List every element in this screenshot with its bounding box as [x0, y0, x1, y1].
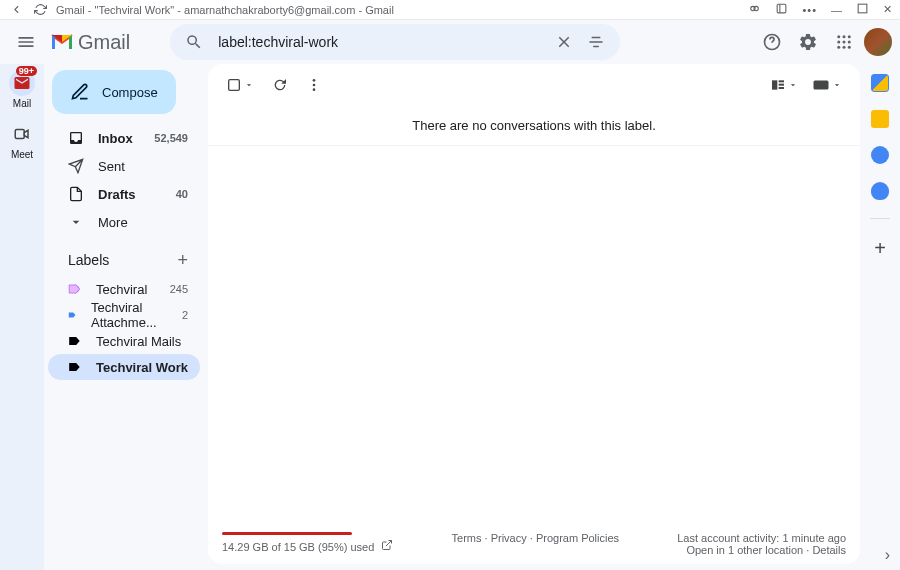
storage-text: 14.29 GB of 15 GB (95%) used [222, 541, 374, 553]
label-techviral-attachments[interactable]: Techviral Attachme... 2 [48, 302, 200, 328]
calendar-app-icon[interactable] [871, 74, 889, 92]
label-name: Techviral Attachme... [91, 300, 168, 330]
label-name: Techviral Mails [96, 334, 181, 349]
nav-sent[interactable]: Sent [48, 152, 200, 180]
search-input[interactable] [218, 34, 540, 50]
tasks-app-icon[interactable] [871, 146, 889, 164]
svg-rect-23 [814, 81, 829, 90]
search-options-icon[interactable] [580, 26, 612, 58]
svg-rect-15 [229, 80, 240, 91]
nav-inbox-label: Inbox [98, 131, 133, 146]
nav-inbox-count: 52,549 [154, 132, 188, 144]
rail-divider [870, 218, 890, 219]
keep-app-icon[interactable] [871, 110, 889, 128]
svg-point-5 [837, 35, 840, 38]
account-avatar[interactable] [864, 28, 892, 56]
device-icon[interactable] [775, 2, 788, 17]
nav-drafts-label: Drafts [98, 187, 136, 202]
footer: 14.29 GB of 15 GB (95%) used Terms · Pri… [222, 528, 846, 556]
svg-rect-3 [858, 4, 867, 13]
svg-point-6 [843, 35, 846, 38]
label-techviral-mails[interactable]: Techviral Mails [48, 328, 200, 354]
search-bar[interactable] [170, 24, 620, 60]
nav-sent-label: Sent [98, 159, 125, 174]
app-header: Gmail [0, 20, 900, 64]
settings-icon[interactable] [792, 26, 824, 58]
svg-point-12 [843, 46, 846, 49]
content-area: There are no conversations with this lab… [208, 64, 860, 564]
label-count: 2 [182, 309, 188, 321]
svg-point-11 [837, 46, 840, 49]
addons-plus-icon[interactable]: + [874, 237, 886, 260]
rail-mail[interactable]: 99+ Mail [9, 70, 35, 109]
svg-rect-19 [772, 80, 777, 89]
apps-icon[interactable] [828, 26, 860, 58]
compose-label: Compose [102, 85, 158, 100]
label-name: Techviral Work [96, 360, 188, 375]
svg-rect-21 [779, 84, 784, 86]
rail-meet[interactable]: Meet [9, 121, 35, 160]
rail-mail-label: Mail [13, 98, 31, 109]
storage-bar [222, 532, 352, 535]
label-techviral[interactable]: Techviral 245 [48, 276, 200, 302]
contacts-app-icon[interactable] [871, 182, 889, 200]
maximize-icon[interactable] [856, 2, 869, 17]
footer-details[interactable]: Details [812, 544, 846, 556]
hide-panel-chevron-icon[interactable]: › [885, 546, 890, 564]
footer-privacy[interactable]: Privacy [491, 532, 527, 544]
more-icon[interactable]: ••• [802, 4, 817, 16]
label-count: 245 [170, 283, 188, 295]
label-name: Techviral [96, 282, 147, 297]
empty-state-message: There are no conversations with this lab… [208, 106, 860, 146]
nav-more-label: More [98, 215, 128, 230]
footer-policies[interactable]: Program Policies [536, 532, 619, 544]
svg-rect-22 [779, 87, 784, 89]
svg-point-7 [848, 35, 851, 38]
svg-point-9 [843, 41, 846, 44]
gmail-logo[interactable]: Gmail [50, 31, 130, 54]
footer-terms[interactable]: Terms [452, 532, 482, 544]
add-label-button[interactable]: + [177, 250, 188, 271]
main-menu-button[interactable] [4, 20, 48, 64]
footer-activity: Last account activity: 1 minute ago [677, 532, 846, 544]
svg-point-13 [848, 46, 851, 49]
window-title: Gmail - "Techviral Work" - amarnathchakr… [56, 4, 394, 16]
split-pane-toggle[interactable] [766, 73, 802, 97]
logo-text: Gmail [78, 31, 130, 54]
close-icon[interactable]: ✕ [883, 3, 892, 16]
right-side-panel: + [860, 64, 900, 570]
window-titlebar: Gmail - "Techviral Work" - amarnathchakr… [0, 0, 900, 20]
nav-drafts[interactable]: Drafts 40 [48, 180, 200, 208]
mail-badge: 99+ [16, 66, 37, 76]
storage-external-icon[interactable] [381, 541, 393, 553]
labels-header: Labels + [48, 244, 200, 276]
mail-toolbar [208, 64, 860, 106]
search-icon[interactable] [178, 26, 210, 58]
select-checkbox[interactable] [222, 73, 258, 97]
nav-more[interactable]: More [48, 208, 200, 236]
more-actions-button[interactable] [302, 73, 326, 97]
svg-rect-2 [778, 4, 787, 13]
back-icon[interactable] [8, 2, 24, 18]
svg-point-16 [313, 79, 316, 82]
help-icon[interactable] [756, 26, 788, 58]
svg-point-18 [313, 88, 316, 91]
nav-inbox[interactable]: Inbox 52,549 [48, 124, 200, 152]
reading-mode-icon[interactable] [748, 2, 761, 17]
clear-search-icon[interactable] [548, 26, 580, 58]
svg-point-17 [313, 84, 316, 87]
svg-point-8 [837, 41, 840, 44]
sidebar: Compose Inbox 52,549 Sent Drafts 40 More… [44, 64, 204, 570]
compose-button[interactable]: Compose [52, 70, 176, 114]
input-tools-toggle[interactable] [808, 73, 846, 97]
svg-rect-14 [15, 130, 24, 139]
left-rail: 99+ Mail Meet [0, 64, 44, 570]
minimize-icon[interactable]: — [831, 4, 842, 16]
label-techviral-work[interactable]: Techviral Work [48, 354, 200, 380]
labels-header-text: Labels [68, 252, 109, 268]
refresh-button[interactable] [268, 73, 292, 97]
refresh-icon[interactable] [32, 2, 48, 18]
rail-meet-label: Meet [11, 149, 33, 160]
footer-locations: Open in 1 other location [686, 544, 803, 556]
svg-point-10 [848, 41, 851, 44]
